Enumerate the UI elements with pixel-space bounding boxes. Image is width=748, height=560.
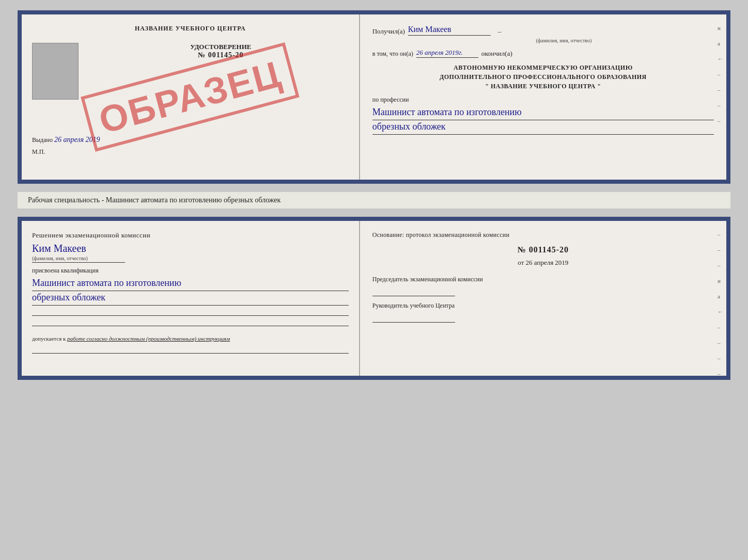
vydano-line: Выдано 26 апреля 2019 xyxy=(32,136,349,144)
dopuskaetsya-block: допускается к работе согласно должностны… xyxy=(32,334,349,343)
blank-line1 xyxy=(32,308,349,316)
okoncil-label: окончил(а) xyxy=(481,50,512,58)
blank-line3 xyxy=(32,345,349,354)
completion-date: 26 апреля 2019г. xyxy=(416,49,478,58)
bottom-name: Ким Макеев xyxy=(32,243,349,254)
org-line1: АВТОНОМНУЮ НЕКОММЕРЧЕСКУЮ ОРГАНИЗАЦИЮ xyxy=(372,63,714,72)
mp-label: М.П. xyxy=(32,148,349,156)
top-document: НАЗВАНИЕ УЧЕБНОГО ЦЕНТРА УДОСТОВЕРЕНИЕ №… xyxy=(18,10,730,184)
profession-line2: обрезных обложек xyxy=(372,120,714,135)
bottom-document: Решением экзаменационной комиссии Ким Ма… xyxy=(18,217,730,380)
udost-title: УДОСТОВЕРЕНИЕ xyxy=(93,43,349,51)
dopuskaetsya-label: допускается к xyxy=(32,335,66,342)
ot-date: от 26 апреля 2019 xyxy=(372,259,714,267)
bottom-qualification2: обрезных обложек xyxy=(32,291,349,306)
org-line2: ДОПОЛНИТЕЛЬНОГО ПРОФЕССИОНАЛЬНОГО ОБРАЗО… xyxy=(372,72,714,82)
bottom-qualification1: Машинист автомата по изготовлению xyxy=(32,277,349,291)
top-doc-right: Получил(а) Ким Макеев – (фамилия, имя, о… xyxy=(360,14,726,180)
bottom-doc-right: Основание: протокол экзаменационной коми… xyxy=(360,221,726,376)
predsedatel-text: Председатель экзаменационной комиссии xyxy=(372,275,714,284)
top-doc-left: НАЗВАНИЕ УЧЕБНОГО ЦЕНТРА УДОСТОВЕРЕНИЕ №… xyxy=(22,14,360,180)
bottom-side-marks: – – – и а ← – – – – xyxy=(718,231,723,377)
protocol-number: № 001145-20 xyxy=(372,245,714,254)
vydano-label: Выдано xyxy=(32,136,53,143)
rukovoditel-signature-line xyxy=(372,312,455,323)
vtom-line: в том, что он(а) 26 апреля 2019г. окончи… xyxy=(372,49,714,58)
recipient-name: Ким Макеев xyxy=(408,25,491,36)
profession-line1: Машинист автомата по изготовлению xyxy=(372,106,714,120)
osnovaniye-text: Основание: протокол экзаменационной коми… xyxy=(372,231,714,239)
photo-placeholder xyxy=(32,43,79,100)
prisvoena-label: присвоена квалификация xyxy=(32,267,349,275)
top-left-title: НАЗВАНИЕ УЧЕБНОГО ЦЕНТРА xyxy=(32,25,349,33)
org-block: АВТОНОМНУЮ НЕКОММЕРЧЕСКУЮ ОРГАНИЗАЦИЮ ДО… xyxy=(372,63,714,91)
org-line3: " НАЗВАНИЕ УЧЕБНОГО ЦЕНТРА " xyxy=(372,82,714,91)
vydano-date: 26 апреля 2019 xyxy=(54,136,100,143)
resheniyem-text: Решением экзаменационной комиссии xyxy=(32,231,349,239)
udost-number: № 001145-20 xyxy=(93,51,349,59)
blank-line2 xyxy=(32,318,349,326)
description-line: Рабочая специальность - Машинист автомат… xyxy=(18,192,730,209)
po-professii-label: по профессии xyxy=(372,96,714,104)
predsedatel-signature-line xyxy=(372,286,455,296)
fio-label-top: (фамилия, имя, отчество) xyxy=(414,38,714,43)
bottom-fio-label: (фамилия, имя, отчество) xyxy=(32,255,125,263)
bottom-doc-left: Решением экзаменационной комиссии Ким Ма… xyxy=(22,221,360,376)
poluchil-line: Получил(а) Ким Макеев – xyxy=(372,25,714,36)
dopuskaetsya-italic: работе согласно должностным (производств… xyxy=(67,335,230,342)
vtom-label: в том, что он(а) xyxy=(372,50,413,58)
side-marks: и а ← – – – – xyxy=(718,25,723,124)
rukovoditel-text: Руководитель учебного Центра xyxy=(372,301,714,310)
poluchil-label: Получил(а) xyxy=(372,27,405,36)
